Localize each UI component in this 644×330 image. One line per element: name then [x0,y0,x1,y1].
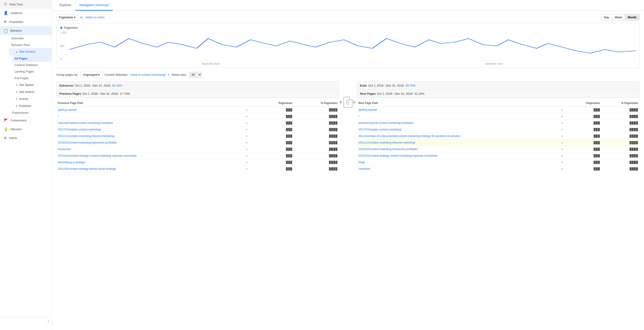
realtime-icon: ⏱ [4,2,7,6]
pageviews-cell: ███ [256,107,294,113]
next-pages-row: Next Pages Oct 1, 2018 - Dec 31, 2018: 3… [357,90,639,98]
time-btn-day[interactable]: Day [601,15,612,20]
copy-cell: ⧉ [244,159,256,166]
chart-legend: Pageviews [60,26,636,29]
metric-dropdown[interactable]: Pageviews ▾ [56,14,78,20]
table-row: / ⧉ ███ ████ [357,113,640,120]
copy-icon[interactable]: ⧉ [246,154,248,157]
arrow-right-icon [340,100,342,104]
sidebar-item-landing-pages[interactable]: Landing Pages [12,68,52,75]
time-btn-week[interactable]: Week [612,15,625,20]
copy-cell: ⧉ [559,166,569,172]
col-header-path: Previous Page Path [56,100,244,107]
pct-cell: ████ [294,133,339,139]
sidebar-collapse-button[interactable]: ‹ [0,317,52,325]
group-pages-dropdown[interactable]: Ungrouped ▾ [80,72,102,78]
copy-icon[interactable]: ⧉ [561,161,563,164]
pageviews-cell: ███ [570,126,602,133]
copy-icon[interactable]: ⧉ [246,108,248,111]
y-mid: 500 [60,45,69,47]
sidebar-item-admin[interactable]: ⚙ Admin [0,134,52,142]
dropdown-arrow-icon: ▾ [98,73,100,76]
sidebar-item-behavior-flow[interactable]: Behavior Flow [9,42,52,48]
time-range-buttons: Day Week Month [601,14,640,20]
prev-pages-value: 17.70% [120,92,130,95]
arrows-row [340,97,356,108]
copy-icon[interactable]: ⧉ [561,115,563,118]
copy-icon[interactable]: ⧉ [246,148,248,150]
current-selection-link[interactable]: /what-is-content-marketing/ [130,73,166,76]
copy-icon[interactable]: ⧉ [561,154,563,157]
sidebar-item-discover[interactable]: 💡 Discover [0,125,52,134]
copy-icon[interactable]: ⧉ [246,168,248,170]
pageviews-cell: ███ [256,166,294,172]
arrow-right-icon-2 [353,100,356,104]
copy-icon[interactable]: ⧉ [246,128,248,131]
sidebar-section-publisher[interactable]: ▼ Publisher [9,102,52,109]
copy-icon[interactable]: ⧉ [561,122,563,124]
copy-icon[interactable]: ⧉ [561,128,563,131]
next-pages-label: Next Pages [360,92,376,95]
sidebar-item-experiments[interactable]: Experiments [9,109,52,116]
select-metric-link[interactable]: Select a metric [86,16,105,19]
copy-cell: ⧉ [244,152,256,159]
behavior-sub: Overview Behavior Flow ▲ Site Content Al… [0,35,52,116]
acquisition-icon: ⚙ [4,20,7,24]
prev-pages-label: Previous Pages [59,92,81,95]
pct-cell: ████ [601,107,640,113]
copy-icon[interactable]: ⧉ [246,161,248,164]
table-row: /getting-started/ ⧉ ███ ████ [56,107,339,113]
page-icon [344,97,352,108]
sidebar-item-realtime[interactable]: ⏱ Real-Time [0,0,52,9]
sidebar-item-content-drilldown[interactable]: Content Drilldown [12,62,52,68]
tab-navigation-summary[interactable]: Navigation Summary [75,0,113,11]
copy-icon[interactable]: ⧉ [561,148,563,150]
page-path: /developing-a-strategy/ [56,159,244,166]
copy-icon[interactable]: ⧉ [561,168,563,170]
tab-explorer[interactable]: Explorer [56,0,75,11]
legend-label: Pageviews [64,26,78,29]
pct-cell: ████ [294,166,339,172]
sidebar: ⏱ Real-Time 👤 Audience ⚙ Acquisition 📋 B… [0,0,52,330]
copy-icon[interactable]: ⧉ [246,135,248,137]
x-label-nov: November 2018 [202,62,220,65]
sidebar-item-exit-pages[interactable]: Exit Pages [12,75,52,81]
sidebar-section-site-search[interactable]: ▼ Site Search [9,88,52,95]
page-path: /getting-started/ [56,107,244,113]
copy-icon[interactable]: ⧉ [246,141,248,144]
collapse-arrow-icon: ▼ [15,105,18,107]
copy-icon[interactable]: ⧉ [561,135,563,137]
copy-icon[interactable]: ⧉ [561,108,563,111]
page-path: /education/great-content-marketing-examp… [56,120,244,126]
copy-cell: ⧉ [559,107,569,113]
sidebar-item-behavior[interactable]: 📋 Behavior [0,26,52,35]
copy-icon[interactable]: ⧉ [246,115,248,118]
sidebar-item-audience[interactable]: 👤 Audience [0,9,52,18]
sidebar-section-site-content[interactable]: ▲ Site Content [9,48,52,55]
show-rows-select[interactable]: 10 25 50 100 [189,72,202,78]
conversions-icon: 🚩 [4,118,8,122]
time-btn-month[interactable]: Month [625,15,639,20]
collapse-icon: ‹ [48,319,49,324]
pct-cell: ████ [601,133,640,139]
pageviews-cell: ███ [570,113,602,120]
exits-value: 68.76% [406,84,416,87]
chart-x-labels: November 2018 December 2018 [69,62,636,65]
sidebar-section-events[interactable]: ▼ Events [9,95,52,102]
sidebar-section-site-speed[interactable]: ▼ Site Speed [9,81,52,88]
entrances-stat-row: Entrances Oct 1, 2018 - Dec 31, 2018: 82… [56,81,339,98]
collapse-arrow-icon: ▼ [15,98,18,100]
pageviews-cell: ███ [570,159,602,166]
col-header-icon-right [559,100,569,107]
table-row: /2013/10/content-strategy-content-market… [56,152,339,159]
sidebar-item-acquisition[interactable]: ⚙ Acquisition [0,18,52,26]
copy-cell: ⧉ [559,159,569,166]
copy-cell: ⧉ [559,120,569,126]
page-path: /education/great-content-marketing-examp… [357,120,559,126]
table-row: /2013/10/content-strategy-content-market… [357,152,640,159]
sidebar-item-overview[interactable]: Overview [9,35,52,42]
sidebar-item-conversions[interactable]: 🚩 Conversions [0,116,52,125]
copy-icon[interactable]: ⧉ [561,141,563,144]
copy-icon[interactable]: ⧉ [246,122,248,124]
sidebar-item-all-pages[interactable]: All Pages [12,55,52,62]
